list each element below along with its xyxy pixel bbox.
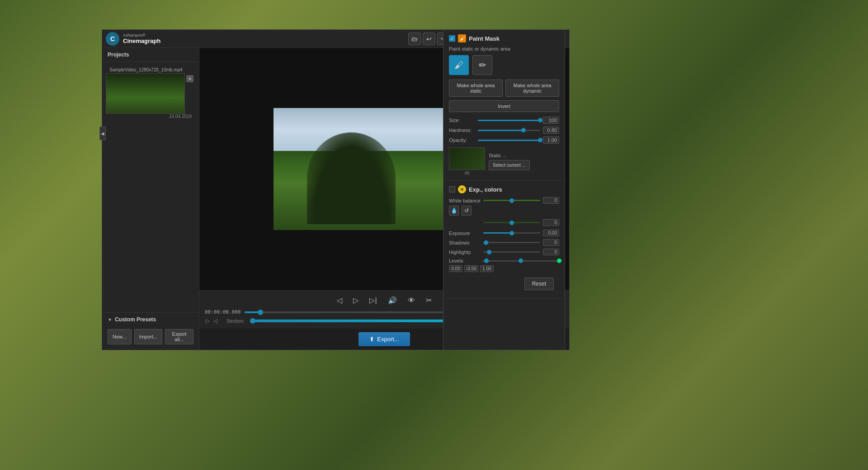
undo-button[interactable]: ↩	[423, 33, 435, 45]
opacity-fill	[478, 140, 540, 141]
section-next-button[interactable]: ◁	[212, 318, 218, 324]
size-slider-row: Size: 100	[449, 117, 559, 124]
thumbnail-wrapper: ✕	[106, 73, 195, 114]
shadows-row: Shadows 0	[449, 239, 559, 246]
wb2-value: 0	[543, 219, 559, 226]
custom-presets-section: ▼ Custom Presets New... Import... Export…	[102, 312, 199, 350]
size-thumb[interactable]	[538, 118, 542, 122]
exposure-value: 0.00	[543, 230, 559, 236]
levels-val-3: 1.00	[480, 265, 494, 272]
hardness-slider[interactable]	[478, 130, 540, 131]
reset-wb-button[interactable]: ↺	[462, 206, 472, 216]
project-item: SampleVideo_1280x720_10mb.mp4 ✕ 10.04.20…	[102, 62, 199, 126]
size-label: Size:	[449, 118, 475, 123]
hardness-value: 0.80	[543, 127, 559, 134]
exposure-slider[interactable]	[483, 232, 540, 234]
levels-thumb-mid[interactable]	[519, 258, 523, 263]
opacity-label: Opacity:	[449, 137, 475, 143]
hardness-thumb[interactable]	[521, 128, 526, 132]
paint-mask-checkbox[interactable]: ✓	[449, 35, 455, 42]
exp-colors-section: ☀ Exp., colors White balance 0 💧 ↺ 0	[443, 181, 565, 299]
reset-button[interactable]: Reset	[524, 277, 554, 290]
exp-colors-header: ☀ Exp., colors	[449, 185, 559, 193]
timeline-thumb[interactable]	[258, 310, 263, 315]
levels-val-2: -0.50	[464, 265, 478, 272]
static-thumb-col: #0	[449, 147, 485, 176]
select-frame-button[interactable]: Select current ...	[489, 160, 530, 170]
app-name-label: Cinemagraph	[123, 38, 160, 44]
opacity-slider-row: Opacity: 1.00	[449, 136, 559, 144]
new-preset-button[interactable]: New...	[108, 329, 132, 344]
opacity-slider[interactable]	[478, 140, 540, 141]
open-folder-button[interactable]: 🗁	[408, 33, 421, 45]
action-buttons: Make whole area static Make whole area d…	[449, 80, 559, 97]
wb2-thumb[interactable]	[509, 221, 514, 225]
section-prev-button[interactable]: ▷	[205, 318, 211, 324]
play-button[interactable]: ▷	[351, 295, 360, 306]
import-preset-button[interactable]: Import...	[134, 329, 162, 344]
prev-frame-button[interactable]: ◁	[335, 295, 344, 306]
exp-colors-icon: ☀	[458, 185, 466, 193]
volume-button[interactable]: 🔊	[386, 295, 399, 306]
export-label: Export...	[377, 336, 399, 343]
exposure-row: Exposure 0.00	[449, 230, 559, 236]
shadows-slider[interactable]	[483, 242, 540, 243]
wb-thumb[interactable]	[509, 198, 514, 203]
static-thumbnail	[449, 147, 485, 170]
opacity-thumb[interactable]	[538, 138, 542, 142]
exp-colors-checkbox[interactable]	[449, 186, 455, 193]
dynamic-brush-button[interactable]: ✏	[472, 55, 492, 75]
right-panel: ✓ 🖌 Paint Mask Paint static or dynamic a…	[443, 29, 565, 350]
left-panel: Projects SampleVideo_1280x720_10mb.mp4 ✕…	[102, 48, 199, 350]
exp-colors-title: Exp., colors	[469, 186, 502, 193]
shadows-label: Shadows	[449, 240, 481, 245]
highlights-thumb[interactable]	[487, 250, 491, 254]
levels-row: Levels	[449, 258, 559, 263]
link-button[interactable]: ✂	[424, 295, 434, 306]
wb2-slider[interactable]	[483, 222, 540, 223]
paint-mask-header: ✓ 🖌 Paint Mask	[449, 34, 559, 42]
shadows-thumb[interactable]	[484, 240, 488, 245]
levels-track[interactable]	[482, 260, 559, 262]
make-static-button[interactable]: Make whole area static	[449, 80, 503, 97]
invert-button[interactable]: Invert	[449, 100, 559, 112]
project-date: 10.04.2019	[106, 114, 195, 122]
exposure-label: Exposure	[449, 230, 481, 236]
eyedropper-button[interactable]: 💧	[449, 206, 459, 216]
hardness-slider-row: Hardness: 0.80	[449, 127, 559, 134]
section-controls: ▷ ◁	[205, 318, 218, 324]
section-thumb-left[interactable]	[250, 318, 255, 324]
wb-value: 0	[543, 197, 559, 204]
static-brush-button[interactable]: 🖌	[449, 55, 469, 75]
project-close-button[interactable]: ✕	[186, 75, 193, 82]
app-logo: C	[106, 32, 119, 46]
levels-val-1: 0.00	[449, 265, 462, 272]
exposure-thumb[interactable]	[509, 231, 514, 235]
levels-thumb-right[interactable]	[557, 258, 561, 263]
paint-subtitle: Paint static or dynamic area	[449, 46, 559, 52]
panel-spacer	[102, 126, 199, 312]
static-controls-col: Static ... Select current ...	[489, 153, 530, 170]
paint-tools: 🖌 ✏	[449, 55, 559, 75]
wb-slider[interactable]	[483, 200, 540, 201]
project-thumbnail[interactable]	[106, 73, 185, 114]
highlights-row: Highlights 0	[449, 249, 559, 255]
size-slider[interactable]	[478, 120, 540, 121]
export-all-preset-button[interactable]: Export all...	[165, 329, 193, 344]
app-name-block: Ashampoo® Cinemagraph	[123, 33, 160, 44]
highlights-label: Highlights	[449, 249, 481, 255]
custom-presets-header[interactable]: ▼ Custom Presets	[102, 313, 199, 326]
reset-row: Reset	[449, 276, 559, 294]
eye-button[interactable]: 👁	[406, 296, 417, 306]
levels-thumb-left[interactable]	[484, 258, 489, 263]
hardness-fill	[478, 130, 524, 131]
highlights-slider[interactable]	[483, 251, 540, 253]
next-frame-button[interactable]: ▷|	[368, 295, 378, 306]
make-dynamic-button[interactable]: Make whole area dynamic	[505, 80, 559, 97]
size-value: 100	[543, 117, 559, 124]
custom-presets-label: Custom Presets	[115, 316, 156, 323]
collapse-panel-button[interactable]: ◀	[99, 127, 106, 140]
paint-mask-section: ✓ 🖌 Paint Mask Paint static or dynamic a…	[443, 30, 565, 181]
export-button[interactable]: ⬆ Export...	[359, 332, 410, 346]
exposure-fill	[483, 232, 512, 234]
